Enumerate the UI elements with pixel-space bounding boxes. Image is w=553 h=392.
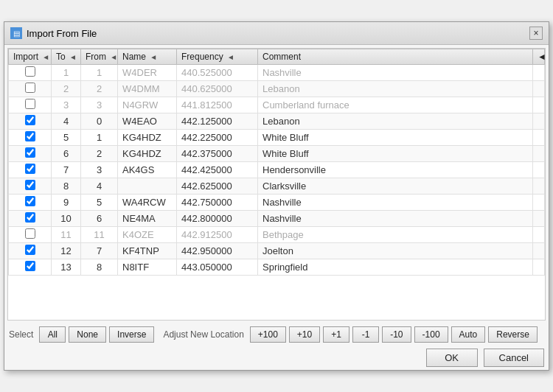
table-row: 73AK4GS442.425000Hendersonville <box>9 162 545 178</box>
cell-scroll <box>533 162 545 178</box>
cell-frequency: 442.375000 <box>177 146 258 162</box>
none-button[interactable]: None <box>69 326 106 343</box>
cell-from: 8 <box>81 259 118 276</box>
close-button[interactable]: × <box>529 27 543 40</box>
import-checkbox[interactable] <box>25 164 35 174</box>
button-row: Select All None Inverse Adjust New Locat… <box>9 326 544 343</box>
cell-to: 3 <box>52 97 81 113</box>
cell-name: N4GRW <box>118 97 177 113</box>
table-row: 138N8ITF443.050000Springfield <box>9 259 545 276</box>
header-import[interactable]: Import ◄ <box>9 49 52 65</box>
title-bar-left: ▤ Import From File <box>10 27 97 39</box>
minus10-button[interactable]: -10 <box>382 326 411 343</box>
sort-from-icon: ◄ <box>110 53 117 61</box>
cell-frequency: 442.750000 <box>177 195 258 211</box>
cell-comment: White Bluff <box>258 130 533 146</box>
header-to[interactable]: To ◄ <box>52 49 81 65</box>
dialog-icon: ▤ <box>10 27 22 39</box>
import-checkbox[interactable] <box>25 66 35 77</box>
import-checkbox[interactable] <box>25 115 35 125</box>
minus1-button[interactable]: -1 <box>352 326 379 343</box>
cell-name: W4EAO <box>118 113 177 130</box>
cell-scroll <box>533 195 545 211</box>
import-checkbox[interactable] <box>25 83 35 93</box>
cell-to: 7 <box>52 162 81 178</box>
cell-from: 3 <box>81 162 118 178</box>
header-comment[interactable]: Comment <box>258 49 533 65</box>
sort-name-icon: ◄ <box>150 53 157 61</box>
cell-frequency: 442.912500 <box>177 227 258 243</box>
table-row: 95WA4RCW442.750000Nashville <box>9 195 545 211</box>
minus100-button[interactable]: -100 <box>414 326 448 343</box>
reverse-button[interactable]: Reverse <box>488 326 538 343</box>
cell-to: 4 <box>52 113 81 130</box>
cell-scroll <box>533 113 545 130</box>
header-frequency[interactable]: Frequency ◄ <box>177 49 258 65</box>
plus10-button[interactable]: +10 <box>289 326 320 343</box>
cell-scroll <box>533 227 545 243</box>
cell-frequency: 442.125000 <box>177 113 258 130</box>
cell-name: WA4RCW <box>118 195 177 211</box>
import-checkbox[interactable] <box>25 261 35 271</box>
import-checkbox[interactable] <box>25 228 35 239</box>
cell-from: 3 <box>81 97 118 113</box>
sort-import-icon: ◄ <box>42 53 49 61</box>
cell-to: 13 <box>52 259 81 276</box>
cell-to: 10 <box>52 211 81 227</box>
table-row: 22W4DMM440.625000Lebanon <box>9 81 545 97</box>
cell-scroll <box>533 211 545 227</box>
auto-button[interactable]: Auto <box>451 326 486 343</box>
cell-comment: Nashville <box>258 195 533 211</box>
cell-from: 0 <box>81 113 118 130</box>
import-checkbox[interactable] <box>25 147 35 158</box>
header-from[interactable]: From ◄ <box>81 49 118 65</box>
table-row: 106NE4MA442.800000Nashville <box>9 211 545 227</box>
cell-scroll <box>533 81 545 97</box>
ok-button[interactable]: OK <box>426 349 478 367</box>
cell-frequency: 442.800000 <box>177 211 258 227</box>
cell-comment: Cumberland furnace <box>258 97 533 113</box>
plus100-button[interactable]: +100 <box>250 326 286 343</box>
header-scroll: ◄ <box>533 49 545 65</box>
inverse-button[interactable]: Inverse <box>109 326 154 343</box>
cell-from: 11 <box>81 227 118 243</box>
cell-name: W4DMM <box>118 81 177 97</box>
cell-to: 1 <box>52 65 81 81</box>
cell-name: KF4TNP <box>118 243 177 259</box>
import-checkbox[interactable] <box>25 99 35 109</box>
cell-comment: Nashville <box>258 211 533 227</box>
import-checkbox[interactable] <box>25 212 35 223</box>
cell-frequency: 443.050000 <box>177 259 258 276</box>
import-checkbox[interactable] <box>25 180 35 190</box>
plus1-button[interactable]: +1 <box>323 326 349 343</box>
header-name[interactable]: Name ◄ <box>118 49 177 65</box>
import-checkbox[interactable] <box>25 245 35 255</box>
dialog-title: Import From File <box>27 28 97 39</box>
all-button[interactable]: All <box>39 326 66 343</box>
cell-from: 1 <box>81 130 118 146</box>
import-checkbox[interactable] <box>25 196 35 206</box>
table-header-row: Import ◄ To ◄ From ◄ Name ◄ <box>9 49 545 65</box>
table-row: 127KF4TNP442.950000Joelton <box>9 243 545 259</box>
select-label: Select <box>9 329 33 340</box>
cell-name: KG4HDZ <box>118 146 177 162</box>
import-checkbox[interactable] <box>25 131 35 141</box>
cell-from: 2 <box>81 146 118 162</box>
import-dialog: ▤ Import From File × Import ◄ To ◄ From <box>4 21 549 371</box>
cell-scroll <box>533 146 545 162</box>
table-row: 62KG4HDZ442.375000White Bluff <box>9 146 545 162</box>
table-row: 51KG4HDZ442.225000White Bluff <box>9 130 545 146</box>
cell-name: AK4GS <box>118 162 177 178</box>
cell-comment: Lebanon <box>258 81 533 97</box>
cancel-button[interactable]: Cancel <box>484 349 544 367</box>
cell-frequency: 441.812500 <box>177 97 258 113</box>
title-bar: ▤ Import From File × <box>4 22 549 45</box>
cell-to: 12 <box>52 243 81 259</box>
cell-from: 4 <box>81 178 118 195</box>
cell-comment: Hendersonville <box>258 162 533 178</box>
cell-from: 6 <box>81 211 118 227</box>
cell-scroll <box>533 65 545 81</box>
cell-frequency: 442.225000 <box>177 130 258 146</box>
data-table-container: Import ◄ To ◄ From ◄ Name ◄ <box>7 48 546 321</box>
cell-frequency: 440.625000 <box>177 81 258 97</box>
